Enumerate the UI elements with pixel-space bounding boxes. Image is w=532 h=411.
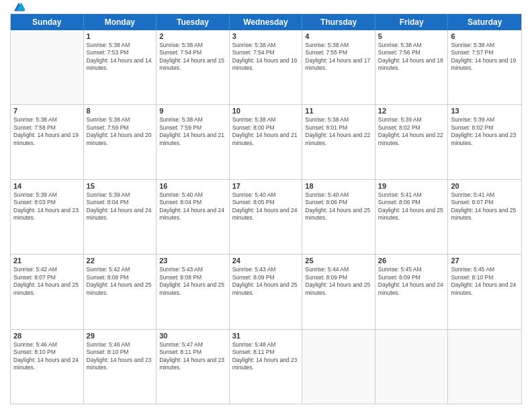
day-number: 10: [232, 107, 300, 115]
calendar-header-cell: Sunday: [11, 14, 84, 30]
day-number: 12: [378, 107, 445, 115]
calendar-header-cell: Thursday: [302, 14, 375, 30]
day-info: Sunrise: 5:43 AM Sunset: 8:08 PM Dayligh…: [159, 266, 226, 297]
logo-icon: [13, 1, 25, 13]
day-number: 1: [87, 32, 154, 40]
calendar-cell: 6Sunrise: 5:38 AM Sunset: 7:57 PM Daylig…: [448, 30, 521, 104]
day-info: Sunrise: 5:39 AM Sunset: 8:02 PM Dayligh…: [451, 116, 519, 147]
calendar-cell: 21Sunrise: 5:42 AM Sunset: 8:07 PM Dayli…: [11, 255, 84, 328]
day-number: 13: [451, 107, 519, 115]
day-info: Sunrise: 5:38 AM Sunset: 8:01 PM Dayligh…: [305, 116, 372, 147]
calendar-cell: 14Sunrise: 5:39 AM Sunset: 8:03 PM Dayli…: [11, 180, 84, 254]
day-number: 6: [451, 32, 519, 40]
calendar-cell: 9Sunrise: 5:38 AM Sunset: 7:59 PM Daylig…: [157, 105, 230, 179]
day-info: Sunrise: 5:38 AM Sunset: 7:58 PM Dayligh…: [13, 116, 81, 147]
calendar-week: 14Sunrise: 5:39 AM Sunset: 8:03 PM Dayli…: [11, 180, 521, 255]
day-info: Sunrise: 5:45 AM Sunset: 8:09 PM Dayligh…: [378, 266, 445, 297]
day-number: 26: [378, 257, 445, 265]
calendar-cell: 22Sunrise: 5:42 AM Sunset: 8:08 PM Dayli…: [84, 255, 157, 328]
day-info: Sunrise: 5:46 AM Sunset: 8:10 PM Dayligh…: [13, 341, 81, 372]
calendar-cell: 17Sunrise: 5:40 AM Sunset: 8:05 PM Dayli…: [230, 180, 303, 254]
calendar-cell: 5Sunrise: 5:38 AM Sunset: 7:56 PM Daylig…: [375, 30, 449, 104]
day-number: 11: [305, 107, 372, 115]
header: [10, 7, 522, 9]
calendar-cell: [448, 330, 521, 404]
calendar-cell: 20Sunrise: 5:41 AM Sunset: 8:07 PM Dayli…: [448, 180, 521, 254]
day-info: Sunrise: 5:38 AM Sunset: 7:53 PM Dayligh…: [87, 42, 154, 73]
day-number: 27: [451, 257, 519, 265]
day-number: 2: [159, 32, 226, 40]
page: SundayMondayTuesdayWednesdayThursdayFrid…: [0, 0, 532, 411]
calendar-cell: 10Sunrise: 5:38 AM Sunset: 8:00 PM Dayli…: [230, 105, 303, 179]
day-number: 7: [13, 107, 81, 115]
day-info: Sunrise: 5:42 AM Sunset: 8:08 PM Dayligh…: [87, 266, 154, 297]
calendar-cell: 16Sunrise: 5:40 AM Sunset: 8:04 PM Dayli…: [157, 180, 230, 254]
calendar-cell: 28Sunrise: 5:46 AM Sunset: 8:10 PM Dayli…: [11, 330, 84, 404]
day-info: Sunrise: 5:45 AM Sunset: 8:10 PM Dayligh…: [451, 266, 519, 297]
calendar-week: 21Sunrise: 5:42 AM Sunset: 8:07 PM Dayli…: [11, 255, 521, 329]
calendar-header-cell: Monday: [84, 14, 157, 30]
day-info: Sunrise: 5:46 AM Sunset: 8:10 PM Dayligh…: [87, 341, 154, 372]
day-info: Sunrise: 5:41 AM Sunset: 8:07 PM Dayligh…: [451, 191, 519, 222]
day-info: Sunrise: 5:38 AM Sunset: 8:00 PM Dayligh…: [232, 116, 300, 147]
calendar-header: SundayMondayTuesdayWednesdayThursdayFrid…: [11, 14, 521, 30]
calendar-cell: 12Sunrise: 5:39 AM Sunset: 8:02 PM Dayli…: [375, 105, 449, 179]
day-info: Sunrise: 5:38 AM Sunset: 7:56 PM Dayligh…: [378, 42, 445, 73]
day-number: 28: [13, 332, 81, 340]
day-info: Sunrise: 5:39 AM Sunset: 8:03 PM Dayligh…: [13, 191, 81, 222]
day-number: 8: [87, 107, 154, 115]
calendar-cell: 2Sunrise: 5:38 AM Sunset: 7:54 PM Daylig…: [157, 30, 230, 104]
calendar-cell: 18Sunrise: 5:40 AM Sunset: 8:06 PM Dayli…: [302, 180, 375, 254]
calendar-cell: [375, 330, 449, 404]
day-info: Sunrise: 5:38 AM Sunset: 7:55 PM Dayligh…: [305, 42, 372, 73]
calendar-cell: 19Sunrise: 5:41 AM Sunset: 8:06 PM Dayli…: [375, 180, 449, 254]
calendar-cell: 4Sunrise: 5:38 AM Sunset: 7:55 PM Daylig…: [302, 30, 375, 104]
day-number: 4: [305, 32, 372, 40]
calendar-cell: 3Sunrise: 5:38 AM Sunset: 7:54 PM Daylig…: [230, 30, 303, 104]
day-number: 24: [232, 257, 300, 265]
calendar-week: 1Sunrise: 5:38 AM Sunset: 7:53 PM Daylig…: [11, 30, 521, 105]
day-info: Sunrise: 5:38 AM Sunset: 7:59 PM Dayligh…: [87, 116, 154, 147]
calendar-cell: 11Sunrise: 5:38 AM Sunset: 8:01 PM Dayli…: [302, 105, 375, 179]
calendar-cell: [302, 330, 375, 404]
calendar-cell: 31Sunrise: 5:48 AM Sunset: 8:11 PM Dayli…: [230, 330, 303, 404]
day-number: 17: [232, 182, 300, 190]
calendar-week: 28Sunrise: 5:46 AM Sunset: 8:10 PM Dayli…: [11, 330, 521, 404]
day-info: Sunrise: 5:43 AM Sunset: 8:09 PM Dayligh…: [232, 266, 300, 297]
day-info: Sunrise: 5:44 AM Sunset: 8:09 PM Dayligh…: [305, 266, 372, 297]
calendar-cell: 13Sunrise: 5:39 AM Sunset: 8:02 PM Dayli…: [448, 105, 521, 179]
day-info: Sunrise: 5:38 AM Sunset: 7:59 PM Dayligh…: [159, 116, 226, 147]
day-info: Sunrise: 5:41 AM Sunset: 8:06 PM Dayligh…: [378, 191, 445, 222]
day-info: Sunrise: 5:38 AM Sunset: 7:54 PM Dayligh…: [232, 42, 300, 73]
day-number: 3: [232, 32, 300, 40]
calendar-cell: 8Sunrise: 5:38 AM Sunset: 7:59 PM Daylig…: [84, 105, 157, 179]
day-number: 22: [87, 257, 154, 265]
calendar-cell: 29Sunrise: 5:46 AM Sunset: 8:10 PM Dayli…: [84, 330, 157, 404]
day-info: Sunrise: 5:38 AM Sunset: 7:57 PM Dayligh…: [451, 42, 519, 73]
calendar-cell: 7Sunrise: 5:38 AM Sunset: 7:58 PM Daylig…: [11, 105, 84, 179]
day-number: 21: [13, 257, 81, 265]
day-number: 29: [87, 332, 154, 340]
calendar-cell: 26Sunrise: 5:45 AM Sunset: 8:09 PM Dayli…: [375, 255, 449, 328]
day-number: 9: [159, 107, 226, 115]
day-number: 5: [378, 32, 445, 40]
day-number: 23: [159, 257, 226, 265]
calendar-cell: 15Sunrise: 5:39 AM Sunset: 8:04 PM Dayli…: [84, 180, 157, 254]
day-info: Sunrise: 5:39 AM Sunset: 8:02 PM Dayligh…: [378, 116, 445, 147]
day-number: 16: [159, 182, 226, 190]
day-number: 31: [232, 332, 300, 340]
day-info: Sunrise: 5:39 AM Sunset: 8:04 PM Dayligh…: [87, 191, 154, 222]
day-number: 18: [305, 182, 372, 190]
calendar-cell: 25Sunrise: 5:44 AM Sunset: 8:09 PM Dayli…: [302, 255, 375, 328]
day-info: Sunrise: 5:40 AM Sunset: 8:04 PM Dayligh…: [159, 191, 226, 222]
calendar-header-cell: Friday: [375, 14, 449, 30]
calendar-cell: 27Sunrise: 5:45 AM Sunset: 8:10 PM Dayli…: [448, 255, 521, 328]
day-number: 19: [378, 182, 445, 190]
calendar-week: 7Sunrise: 5:38 AM Sunset: 7:58 PM Daylig…: [11, 105, 521, 179]
day-info: Sunrise: 5:38 AM Sunset: 7:54 PM Dayligh…: [159, 42, 226, 73]
calendar-cell: 1Sunrise: 5:38 AM Sunset: 7:53 PM Daylig…: [84, 30, 157, 104]
day-number: 14: [13, 182, 81, 190]
day-number: 20: [451, 182, 519, 190]
day-number: 30: [159, 332, 226, 340]
calendar-header-cell: Saturday: [448, 14, 521, 30]
